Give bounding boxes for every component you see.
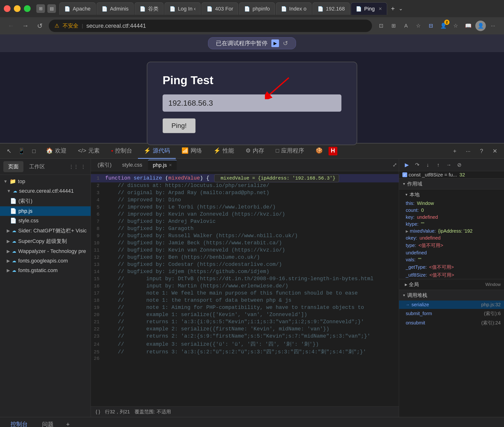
tab-overflow-button[interactable]: ⌄ — [398, 6, 403, 12]
tab-elements[interactable]: </> 元素 — [72, 144, 106, 159]
reading-list-icon[interactable]: 📖 — [463, 21, 473, 31]
tree-item-googleapis[interactable]: ▶ ☁ fonts.googleapis.com — [0, 256, 91, 266]
sync-icon[interactable]: ⋮⋮ — [69, 163, 78, 171]
device-emulation-button[interactable]: 📱 — [15, 145, 28, 157]
file-tab-phpjs[interactable]: php.js ✕ — [148, 160, 177, 170]
file-tab-stylecss[interactable]: style.css — [117, 160, 147, 170]
code-line-20: 20 // example 1: serialize(['Kevin', 'va… — [91, 312, 399, 319]
collections-icon[interactable]: ⊟ — [426, 21, 436, 31]
tree-item-stylecss[interactable]: 📄 style.css — [0, 216, 91, 225]
tab-phpinfo[interactable]: 📄 phpinfo — [239, 2, 275, 15]
browser-chrome: ⊞ ▤ 📄 Apache 📄 Adminis 📄 谷类 📄 Log In ‹ 📄… — [0, 0, 504, 52]
tab-sources[interactable]: ⚡ 源代码 — [138, 144, 176, 159]
global-scope-header[interactable]: ▶ 全局 Window — [399, 279, 504, 290]
tab-guleii[interactable]: 📄 谷类 — [135, 2, 164, 15]
tab-index[interactable]: 📄 Index o — [276, 2, 312, 15]
tree-item-supercopy[interactable]: ▶ ☁ SuperCopy 超级复制 — [0, 236, 91, 246]
tree-item-sider[interactable]: ▶ ☁ Sider: ChatGPT侧边栏+ Visic — [0, 225, 91, 236]
tree-item-index[interactable]: 📄 (索引) — [0, 196, 91, 206]
call-file-location: (索引):6 — [484, 310, 501, 317]
new-tab-button[interactable]: + — [388, 4, 397, 13]
resume-button[interactable]: ▶ — [402, 160, 412, 170]
browser-profile-icon[interactable]: 👤 — [475, 21, 486, 31]
tab-h-unknown[interactable]: H — [328, 147, 337, 155]
tab-adminis[interactable]: 📄 Adminis — [97, 2, 134, 15]
left-tab-workspace[interactable]: 工作区 — [24, 161, 50, 172]
tree-item-wappalyzer[interactable]: ▶ ☁ Wappalyzer - Technology pre — [0, 246, 91, 256]
step-over-button[interactable]: ↷ — [412, 160, 422, 170]
extensions-icon[interactable]: 👤 2 — [438, 21, 449, 31]
reload-button[interactable]: ↺ — [34, 21, 45, 31]
tree-item-gstatic[interactable]: ▶ ☁ fonts.gstatic.com — [0, 266, 91, 275]
tab-grid-icon[interactable]: ⊞ — [36, 4, 45, 13]
reader-mode-icon[interactable]: Α — [401, 21, 411, 31]
screen-cast-icon[interactable]: ⊡ — [376, 21, 386, 31]
devtools-close-button[interactable]: ✕ — [489, 145, 501, 157]
add-panel-bottom-button[interactable]: + — [63, 419, 73, 427]
tab-application[interactable]: □ 应用程序 — [270, 144, 310, 159]
favorite-icon[interactable]: ☆ — [413, 21, 424, 31]
callstack-section-header[interactable]: ▼ 调用堆栈 — [399, 290, 504, 301]
devtools-panel-icon[interactable]: □ — [28, 145, 40, 157]
code-content: // note 1: the transport of data between… — [105, 297, 399, 303]
tree-item-label: top — [18, 178, 25, 184]
minimize-window-button[interactable] — [14, 5, 21, 12]
devtools-help-button[interactable]: ? — [475, 145, 488, 157]
scope-section-header[interactable]: ▼ 作用域 — [399, 178, 504, 189]
tab-cookies[interactable]: 🍪 — [310, 144, 328, 159]
tree-item-top[interactable]: ▼ 📁 top — [0, 177, 91, 186]
address-input-wrap[interactable]: ⚠ 不安全 | secure.cereal.ctf:44441 — [49, 20, 372, 32]
back-button[interactable]: ← — [6, 21, 16, 31]
more-options-icon[interactable]: ⋮ — [79, 163, 87, 171]
bottom-tab-console[interactable]: 控制台 — [6, 418, 32, 427]
split-screen-icon[interactable]: ⊞ — [388, 21, 399, 31]
bottom-tab-issues[interactable]: 问题 — [37, 418, 58, 427]
editor-right-icons: ⤢ — [393, 162, 397, 168]
tab-403[interactable]: 📄 403 For — [202, 2, 238, 15]
inspect-element-button[interactable]: ↖ — [3, 145, 15, 157]
call-item-serialize[interactable]: → serialize php.js:32 — [399, 301, 504, 309]
file-tab-close-button[interactable]: ✕ — [169, 163, 172, 167]
sidebar-toggle-icon[interactable]: ▤ — [47, 4, 56, 13]
add-panel-button[interactable]: + — [449, 145, 461, 157]
maximize-window-button[interactable] — [24, 5, 31, 12]
tab-network[interactable]: 📶 网络 — [176, 144, 208, 159]
favorites-menu-icon[interactable]: ☆ — [451, 21, 461, 31]
forward-button[interactable]: → — [20, 21, 31, 31]
debug-step-button[interactable]: ↺ — [283, 40, 288, 47]
ping-input[interactable] — [163, 94, 341, 112]
avatar[interactable]: 👤 — [475, 21, 486, 31]
var-val: 0 — [421, 207, 424, 213]
step-into-button[interactable]: ↓ — [423, 160, 433, 170]
call-item-submit[interactable]: submit_form (索引):6 — [399, 309, 504, 318]
ping-button[interactable]: Ping! — [163, 118, 196, 133]
tab-console[interactable]: ● 控制台 — [106, 144, 138, 159]
expand-editor-icon[interactable]: ⤢ — [393, 162, 397, 168]
tree-item-phpjs[interactable]: 📄 php.js — [0, 206, 91, 216]
file-tab-index[interactable]: (索引) — [93, 160, 116, 170]
debug-resume-button[interactable]: ▶ — [271, 39, 279, 47]
local-scope-title: 本地 — [410, 191, 420, 198]
tab-apache[interactable]: 📄 Apache — [59, 2, 96, 15]
expand-icon[interactable]: ▶ — [406, 229, 408, 233]
step-button[interactable]: → — [444, 160, 454, 170]
deactivate-breakpoints-button[interactable]: ⊘ — [455, 160, 464, 170]
tab-ping[interactable]: 📄 Ping ✕ — [351, 2, 387, 15]
tab-performance[interactable]: ⚡ 性能 — [208, 144, 240, 159]
tab-192[interactable]: 📄 192.168 — [313, 2, 350, 15]
devtools-more-button[interactable]: ··· — [462, 145, 474, 157]
tab-login[interactable]: 📄 Log In ‹ — [165, 2, 201, 15]
tab-welcome[interactable]: 🏠 欢迎 — [40, 144, 72, 159]
close-window-button[interactable] — [4, 5, 10, 12]
local-scope-header[interactable]: ▼ 本地 — [399, 189, 504, 200]
step-out-button[interactable]: ↑ — [434, 160, 443, 170]
tree-item-host[interactable]: ▼ ☁ secure.cereal.ctf:44441 — [0, 186, 91, 196]
watch-checkbox[interactable]: ✓ — [402, 172, 407, 177]
left-tab-page[interactable]: 页面 — [3, 161, 23, 172]
tab-memory[interactable]: ⚙ 内存 — [240, 144, 270, 159]
more-options-button[interactable]: ··· — [488, 21, 498, 31]
call-item-onsubmit[interactable]: onsubmit (索引):24 — [399, 318, 504, 328]
tab-close-button[interactable]: ✕ — [378, 6, 382, 11]
tree-item-label: secure.cereal.ctf:44441 — [19, 188, 74, 194]
code-content: // improved by: Dino — [105, 197, 399, 203]
